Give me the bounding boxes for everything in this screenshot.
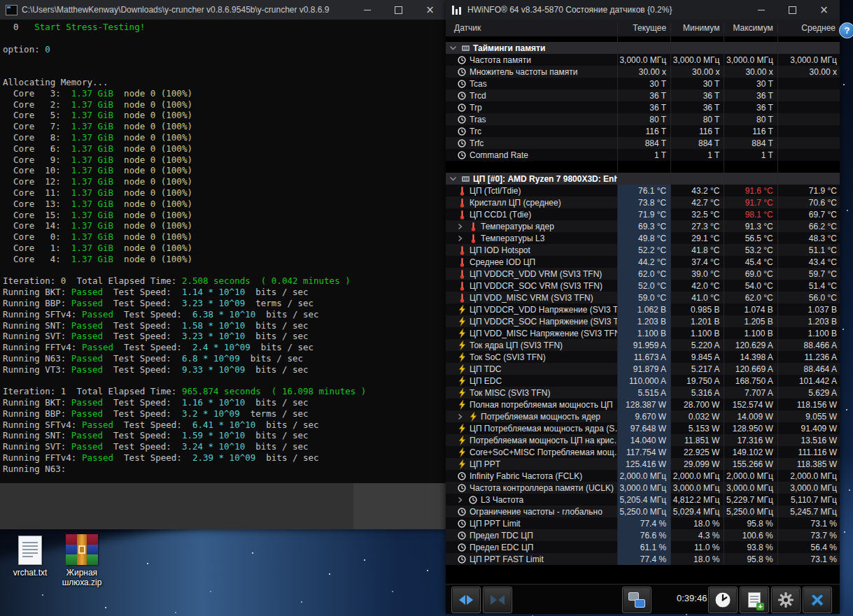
sensor-row[interactable]: Command Rate1 T1 T1 T — [446, 149, 840, 161]
settings-button[interactable] — [771, 587, 801, 613]
sensor-current: 5.515 A — [617, 387, 670, 399]
sensor-row[interactable]: ЦП IOD Hotspot52.2 °C41.8 °C53.2 °C51.1 … — [446, 244, 840, 256]
chevron-right-icon[interactable] — [457, 413, 468, 420]
chevron-right-icon[interactable] — [457, 235, 468, 242]
sensor-row[interactable]: Среднее IOD ЦП44.2 °C37.4 °C45.4 °C43.4 … — [446, 256, 840, 268]
sensor-min: 5.217 A — [670, 363, 724, 375]
sensor-row[interactable]: Tras80 T80 T80 T — [446, 113, 840, 125]
add-report-button[interactable]: + — [740, 587, 769, 613]
close-button[interactable]: × — [808, 0, 840, 20]
close-button[interactable]: × — [414, 0, 446, 20]
sensor-max — [724, 42, 777, 54]
sensor-min: 1.100 В — [670, 327, 724, 339]
sensor-max: 62.0 °C — [724, 292, 777, 303]
sensor-min: 11.851 W — [670, 434, 724, 446]
sensor-row[interactable]: L3 Частота5,205.4 МГц4,812.2 МГц5,229.7 … — [446, 494, 840, 506]
sensor-min: 5.316 A — [670, 387, 724, 399]
sensor-row[interactable]: Кристалл ЦП (среднее)73.8 °C42.7 °C91.7 … — [446, 196, 840, 208]
sensor-min: 36 T — [670, 101, 724, 113]
sensor-current: 1.203 В — [617, 315, 670, 327]
console-titlebar[interactable]: C:\Users\MatthewKenway\Downloads\y-crunc… — [0, 0, 446, 20]
sensor-row[interactable]: Частота контроллера памяти (UCLK)3,000.0… — [446, 482, 840, 494]
sensor-row[interactable]: Температуры L349.8 °C29.1 °C56.5 °C48.3 … — [446, 232, 840, 244]
terminal-line: Iteration: 0 Total Elapsed Time: 2.508 s… — [3, 275, 446, 287]
sensor-row[interactable]: Ток SoC (SVI3 TFN)11.673 A9.845 A14.398 … — [446, 351, 840, 363]
sensor-label: Предел TDC ЦП — [446, 529, 617, 541]
minimize-button[interactable] — [745, 0, 777, 20]
sensor-row[interactable]: Trp36 T36 T36 T — [446, 101, 840, 113]
clock-icon — [457, 531, 467, 540]
sensor-row[interactable]: Множитель частоты памяти30.00 x30.00 x30… — [446, 66, 840, 78]
maximize-button[interactable] — [777, 0, 808, 20]
sensor-current: 3,000.0 МГц — [617, 54, 670, 66]
sensor-avg: 11.236 A — [777, 351, 840, 363]
sensor-row[interactable]: ЦП (Tctl/Tdie)76.1 °C43.2 °C91.6 °C71.9 … — [446, 185, 840, 196]
sensor-label: Температуры L3 — [446, 232, 617, 244]
sensor-min: 43.2 °C — [670, 185, 724, 196]
hwinfo-titlebar[interactable]: HWiNFO® 64 v8.34-5870 Состояние датчиков… — [446, 0, 840, 20]
sensor-label: Множитель частоты памяти — [446, 66, 617, 78]
sensor-row[interactable]: Trcd36 T36 T36 T — [446, 89, 840, 101]
sensor-row[interactable]: Предел TDC ЦП76.6 %4.3 %100.6 %73.7 % — [446, 529, 840, 541]
maximize-button[interactable] — [383, 0, 414, 20]
chevron-right-icon[interactable] — [457, 496, 468, 503]
chevron-down-icon[interactable] — [449, 176, 460, 182]
sensor-label: ЦП VDDCR_SOC VRM (SVI3 TFN) — [446, 280, 617, 292]
sensor-row[interactable]: Предел EDC ЦП61.1 %11.0 %93.8 %56.4 % — [446, 541, 840, 553]
clock-button[interactable] — [708, 587, 738, 613]
sensor-row[interactable]: ЦП VDDCR_VDD VRM (SVI3 TFN)62.0 °C39.0 °… — [446, 268, 840, 280]
lightning-bolt-icon — [468, 412, 478, 422]
remote-monitoring-button[interactable] — [622, 587, 651, 613]
sensor-row[interactable]: Ограничение частоты - глобально5,250.0 М… — [446, 506, 840, 517]
sensor-max: 152.574 W — [724, 399, 777, 410]
terminal-output[interactable]: 0 Start Stress-Testing! option: 0 Alloca… — [0, 20, 446, 483]
sensor-row[interactable]: ЦП CCD1 (Tdie)71.9 °C32.5 °C98.1 °C69.7 … — [446, 208, 840, 220]
clock-icon — [457, 520, 467, 528]
chevron-down-icon[interactable] — [449, 45, 460, 51]
sensor-max: 1.074 В — [724, 303, 777, 315]
sensor-row[interactable]: ЦП PPT Limit77.4 %18.0 %95.8 %73.1 % — [446, 517, 840, 529]
sensor-min: 42.0 °C — [670, 280, 724, 292]
column-maximum[interactable]: Максимум — [724, 23, 777, 33]
sensor-row[interactable]: ЦП TDC91.879 A5.217 A120.669 A88.464 A — [446, 363, 840, 375]
help-bubble-icon[interactable]: ? — [839, 22, 853, 38]
sensor-row[interactable]: ЦП Потребляемая мощность ядра (S…97.648 … — [446, 422, 840, 434]
sensor-avg: 1.203 В — [777, 315, 840, 327]
sensor-max: 54.0 °C — [724, 280, 777, 292]
sensor-row[interactable]: Ток ядра ЦП (SVI3 TFN)91.959 A5.220 A120… — [446, 339, 840, 351]
column-sensor[interactable]: Датчик — [446, 23, 617, 33]
sensor-max: 120.629 A — [724, 339, 777, 351]
collapse-columns-button[interactable] — [483, 587, 512, 613]
sensor-row[interactable]: Infinity Fabric Частота (FCLK)2,000.0 МГ… — [446, 470, 840, 482]
sensor-row[interactable]: ЦП VDD_MISC Напряжение (SVI3 TFN)1.100 В… — [446, 327, 840, 339]
column-average[interactable]: Среднее — [777, 23, 840, 33]
expand-columns-button[interactable] — [451, 587, 481, 613]
close-sensors-button[interactable] — [803, 587, 832, 613]
sensor-row[interactable]: ЦП VDDCR_SOC VRM (SVI3 TFN)52.0 °C42.0 °… — [446, 280, 840, 292]
sensor-row[interactable]: Trfc884 T884 T884 T — [446, 137, 840, 149]
column-current[interactable]: Текущее — [617, 23, 670, 33]
sensor-row[interactable]: ЦП VDDCR_VDD Напряжение (SVI3 TFN)1.062 … — [446, 303, 840, 315]
sensor-min: 41.0 °C — [670, 292, 724, 303]
terminal-line: Core 11: 1.37 GiB node 0 (100%) — [3, 187, 446, 199]
sensor-row[interactable]: ЦП PPT FAST Limit77.4 %18.0 %95.8 %73.1 … — [446, 553, 840, 565]
sensor-row[interactable]: Core+SoC+MISC Потребляемая мощ…117.754 W… — [446, 446, 840, 458]
sensor-row[interactable]: Tcas30 T30 T30 T — [446, 78, 840, 89]
sensor-row[interactable]: ЦП VDDCR_SOC Напряжение (SVI3 T…1.203 В1… — [446, 315, 840, 327]
sensor-row[interactable]: Полная потребляемая мощность ЦП128.387 W… — [446, 399, 840, 410]
sensor-row[interactable]: ЦП PPT125.416 W29.099 W155.266 W118.385 … — [446, 458, 840, 470]
sensor-row[interactable]: Температуры ядер69.3 °C27.3 °C91.3 °C66.… — [446, 220, 840, 232]
desktop-icon-zip-archive[interactable]: Жирная шлюха.zip — [52, 534, 112, 587]
sensor-row[interactable]: Потребляемая мощность ЦП на крис…14.040 … — [446, 434, 840, 446]
sensor-row[interactable]: Trc116 T116 T116 T — [446, 125, 840, 137]
sensor-row[interactable]: ЦП VDD_MISC VRM (SVI3 TFN)59.0 °C41.0 °C… — [446, 292, 840, 303]
minimize-button[interactable] — [351, 0, 383, 20]
sensor-row[interactable]: Потребляемая мощность ядер9.670 W0.032 W… — [446, 410, 840, 422]
sensor-avg: 5,110.7 МГц — [777, 494, 840, 506]
sensor-row[interactable]: Ток MISC (SVI3 TFN)5.515 A5.316 A7.707 A… — [446, 387, 840, 399]
column-minimum[interactable]: Минимум — [670, 23, 724, 33]
clock-icon — [457, 92, 467, 100]
chevron-right-icon[interactable] — [457, 223, 468, 230]
sensor-row[interactable]: Частота памяти3,000.0 МГц3,000.0 МГц3,00… — [446, 54, 840, 66]
sensor-row[interactable]: ЦП EDC110.000 A19.750 A168.750 A101.442 … — [446, 375, 840, 387]
